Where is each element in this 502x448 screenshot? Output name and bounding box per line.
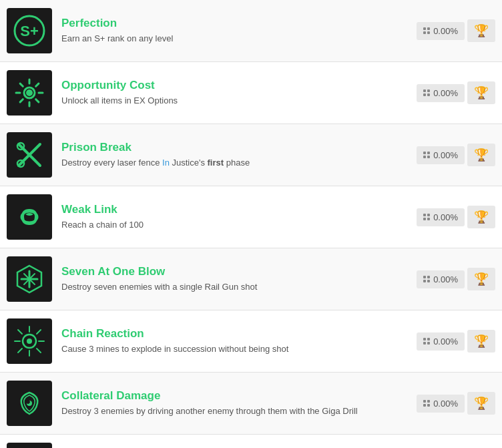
achievement-right: 0.00% 🏆 bbox=[417, 19, 495, 42]
percent-badge: 0.00% bbox=[417, 332, 465, 351]
svg-line-20 bbox=[18, 330, 22, 334]
trophy-badge: 🏆 bbox=[467, 330, 495, 353]
percent-badge: 0.00% bbox=[417, 395, 465, 413]
achievement-right: 0.00% 🏆 bbox=[417, 392, 495, 415]
trophy-badge: 🏆 bbox=[467, 19, 495, 42]
svg-line-23 bbox=[18, 349, 22, 353]
achievement-desc: Unlock all items in EX Options bbox=[61, 95, 410, 107]
achievement-title: Opportunity Cost bbox=[61, 79, 410, 92]
grid-icon bbox=[423, 214, 430, 220]
achievement-title: Prison Break bbox=[61, 141, 410, 154]
achievement-title: Collateral Damage bbox=[61, 389, 410, 403]
achievement-item: Chain Reaction Cause 3 mines to explode … bbox=[0, 310, 502, 373]
achievement-icon-centre-of-mass bbox=[7, 443, 52, 448]
percent-badge: 0.00% bbox=[417, 22, 465, 40]
achievement-title: Perfection bbox=[61, 17, 410, 30]
achievement-right: 0.00% 🏆 bbox=[417, 330, 495, 353]
trophy-badge: 🏆 bbox=[467, 144, 495, 166]
percent-badge: 0.00% bbox=[417, 146, 465, 164]
grid-icon bbox=[423, 338, 430, 345]
achievement-info-perfection: Perfection Earn an S+ rank on any level bbox=[61, 17, 410, 45]
achievement-desc: Destroy 3 enemies by driving another ene… bbox=[61, 405, 410, 417]
percent-value: 0.00% bbox=[433, 274, 458, 284]
svg-point-24 bbox=[27, 339, 32, 344]
grid-icon bbox=[423, 400, 430, 407]
achievement-right: 0.00% 🏆 bbox=[417, 206, 495, 228]
achievement-title: Seven At One Blow bbox=[61, 265, 410, 278]
achievement-item: Centre of Mass Destroy an enemy with Hel… bbox=[0, 435, 502, 448]
percent-value: 0.00% bbox=[433, 150, 458, 160]
achievement-info-seven-at-one-blow: Seven At One Blow Destroy seven enemies … bbox=[61, 265, 410, 293]
achievement-right: 0.00% 🏆 bbox=[417, 268, 495, 290]
svg-line-21 bbox=[37, 349, 41, 353]
achievement-info-prison-break: Prison Break Destroy every laser fence I… bbox=[61, 141, 410, 169]
grid-icon bbox=[423, 152, 430, 158]
trophy-badge: 🏆 bbox=[467, 81, 495, 104]
achievement-icon-perfection: S+ bbox=[7, 8, 52, 53]
achievement-desc: Earn an S+ rank on any level bbox=[61, 33, 410, 45]
percent-value: 0.00% bbox=[433, 88, 458, 98]
svg-line-22 bbox=[37, 330, 41, 334]
grid-icon bbox=[423, 276, 430, 282]
grid-icon bbox=[423, 89, 430, 96]
achievement-right: 0.00% 🏆 bbox=[417, 144, 495, 166]
achievement-item: Prison Break Destroy every laser fence I… bbox=[0, 124, 502, 186]
achievement-item: Collateral Damage Destroy 3 enemies by d… bbox=[0, 373, 502, 435]
svg-text:S+: S+ bbox=[20, 23, 39, 39]
achievement-desc: Cause 3 mines to explode in succession w… bbox=[61, 343, 410, 355]
achievement-icon-prison-break bbox=[7, 132, 52, 178]
percent-value: 0.00% bbox=[433, 212, 458, 222]
grid-icon bbox=[423, 27, 430, 34]
percent-value: 0.00% bbox=[433, 337, 458, 347]
achievement-title: Chain Reaction bbox=[61, 327, 410, 341]
strong-text: first bbox=[208, 158, 224, 168]
percent-value: 0.00% bbox=[433, 399, 458, 409]
achievement-desc: Destroy seven enemies with a single Rail… bbox=[61, 281, 410, 293]
achievement-info-weak-link: Weak Link Reach a chain of 100 bbox=[61, 203, 410, 231]
svg-point-14 bbox=[27, 277, 31, 281]
percent-badge: 0.00% bbox=[417, 208, 465, 226]
achievement-title: Weak Link bbox=[61, 203, 410, 216]
highlight-text: In bbox=[162, 158, 170, 168]
achievement-info-collateral-damage: Collateral Damage Destroy 3 enemies by d… bbox=[61, 389, 410, 417]
achievement-desc: Destroy every laser fence In Justice's f… bbox=[61, 157, 410, 169]
achievement-icon-seven-at-one-blow bbox=[7, 256, 52, 302]
trophy-badge: 🏆 bbox=[467, 206, 495, 228]
achievement-icon-collateral-damage bbox=[7, 381, 52, 426]
achievement-item: S+ Perfection Earn an S+ rank on any lev… bbox=[0, 0, 502, 62]
achievement-icon-chain-reaction bbox=[7, 318, 52, 364]
trophy-badge: 🏆 bbox=[467, 268, 495, 290]
achievement-right: 0.00% 🏆 bbox=[417, 81, 495, 104]
achievement-list: S+ Perfection Earn an S+ rank on any lev… bbox=[0, 0, 502, 448]
achievement-info-chain-reaction: Chain Reaction Cause 3 mines to explode … bbox=[61, 327, 410, 355]
percent-value: 0.00% bbox=[433, 26, 458, 36]
achievement-info-opportunity-cost: Opportunity Cost Unlock all items in EX … bbox=[61, 79, 410, 107]
percent-badge: 0.00% bbox=[417, 270, 465, 288]
achievement-item: Weak Link Reach a chain of 100 0.00% 🏆 bbox=[0, 186, 502, 248]
percent-badge: 0.00% bbox=[417, 84, 465, 102]
svg-point-3 bbox=[26, 89, 33, 96]
achievement-item: Seven At One Blow Destroy seven enemies … bbox=[0, 248, 502, 310]
achievement-icon-weak-link bbox=[7, 194, 52, 240]
trophy-badge: 🏆 bbox=[467, 392, 495, 415]
achievement-item: Opportunity Cost Unlock all items in EX … bbox=[0, 62, 502, 124]
achievement-desc: Reach a chain of 100 bbox=[61, 219, 410, 231]
achievement-icon-opportunity-cost bbox=[7, 70, 52, 116]
